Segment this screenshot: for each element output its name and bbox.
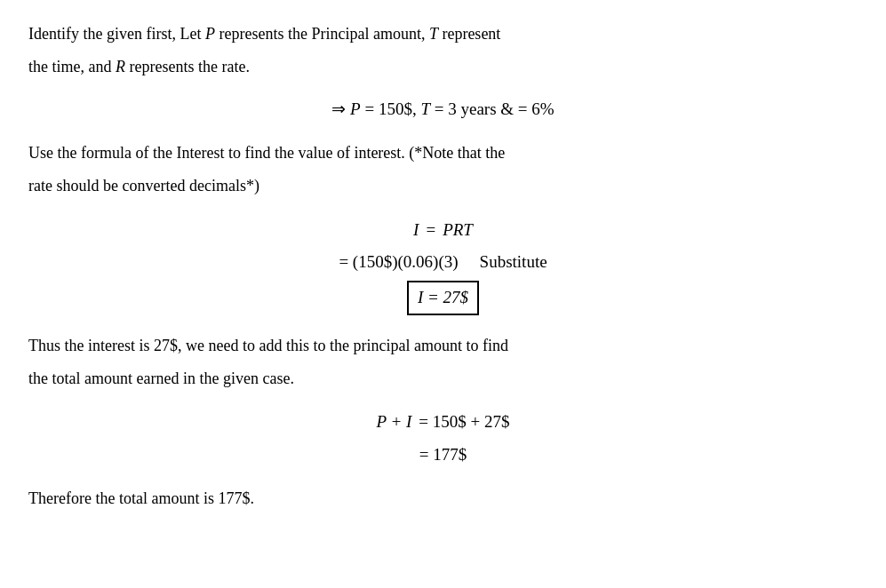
interest-formula-block: I = PRT = (150$)(0.06)(3) Substitute I =… <box>28 217 858 315</box>
formula-row-1: I = PRT <box>413 217 473 243</box>
intro-paragraph: Identify the given first, Let P represen… <box>28 21 858 47</box>
total-lhs: P + I <box>376 409 411 435</box>
total-row-1: P + I = 150$ + 27$ <box>376 409 509 435</box>
intro-text-1b: represents the Principal amount, <box>215 25 429 43</box>
formula-intro-2: rate should be converted decimals*) <box>28 173 858 199</box>
formula-boxed-result: I = 27$ <box>407 281 479 314</box>
intro-paragraph-2: the time, and R represents the rate. <box>28 54 858 80</box>
intro-R: R <box>116 58 125 75</box>
intro-text-1: Identify the given first, Let <box>28 25 205 43</box>
formula-I: I <box>413 217 419 243</box>
formula-eq2: = (150$)(0.06)(3) <box>339 249 458 275</box>
total-formula-block: P + I = 150$ + 27$ = 177$ <box>28 409 858 468</box>
formula-eq1: = <box>426 217 435 243</box>
formula-row-2: = (150$)(0.06)(3) Substitute <box>339 249 547 275</box>
given-P: P <box>350 99 361 118</box>
conclusion-2: Therefore the total amount is 177$. <box>28 486 858 512</box>
given-eq1: = 150$, <box>361 99 421 118</box>
intro-text-2b: represents the rate. <box>125 58 250 75</box>
given-T: T <box>420 99 430 118</box>
total-rhs-1: = 150$ + 27$ <box>419 409 509 435</box>
given-eq2: = 3 years & <box>430 99 518 118</box>
formula-PRT: PRT <box>443 217 473 243</box>
conclusion-1-line1: Thus the interest is 27$, we need to add… <box>28 333 858 359</box>
conclusion-1-line2: the total amount earned in the given cas… <box>28 366 858 392</box>
formula-intro-1: Use the formula of the Interest to find … <box>28 140 858 166</box>
given-eq3: = 6% <box>518 99 555 118</box>
total-rhs-2: = 177$ <box>419 441 467 468</box>
given-values: ⇒ P = 150$, T = 3 years & = 6% <box>28 96 858 123</box>
formula-row-3: I = 27$ <box>407 281 479 314</box>
intro-T: T <box>429 25 438 43</box>
intro-text-2: the time, and <box>28 58 116 75</box>
intro-text-1c: represent <box>438 25 500 43</box>
total-row-2: = 177$ <box>419 441 467 468</box>
substitute-label: Substitute <box>480 249 547 275</box>
intro-P: P <box>205 25 215 43</box>
arrow-symbol: ⇒ <box>331 99 346 118</box>
